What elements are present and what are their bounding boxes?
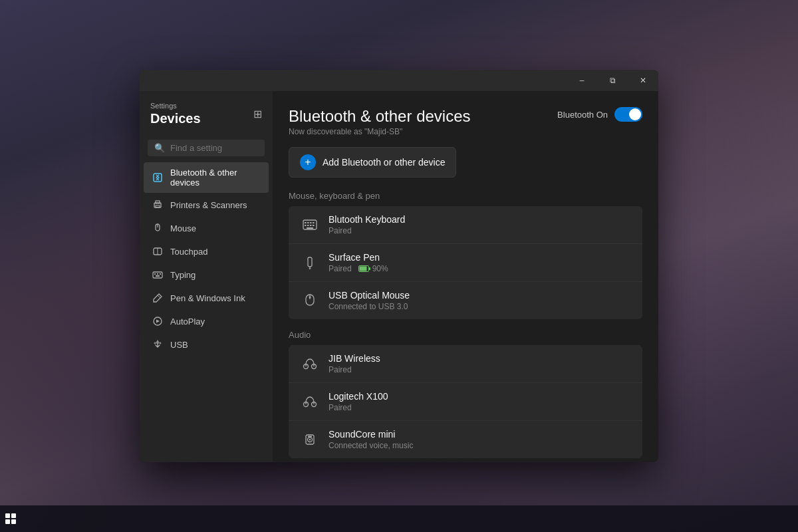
grid-icon[interactable]: ⊞ — [253, 108, 262, 120]
device-item-soundcore[interactable]: SoundCore miniConnected voice, music — [289, 421, 642, 458]
svg-rect-32 — [359, 267, 366, 271]
device-status-mouse: Connected to USB 3.0 — [329, 302, 410, 311]
section-header-1: Audio — [289, 330, 642, 340]
sidebar-item-autoplay[interactable]: AutoPlay — [144, 310, 269, 332]
minimize-button[interactable]: – — [567, 70, 597, 91]
search-icon: 🔍 — [154, 143, 165, 153]
device-name-mouse: USB Optical Mouse — [329, 290, 410, 301]
device-info-pen: Surface PenPaired 90% — [329, 252, 388, 273]
svg-rect-23 — [305, 225, 307, 226]
search-box[interactable]: 🔍 — [148, 140, 265, 156]
svg-rect-26 — [313, 225, 315, 226]
device-item-logitech[interactable]: Logitech X100Paired — [289, 383, 642, 421]
device-item-jib[interactable]: JIB WirelessPaired — [289, 345, 642, 383]
add-icon: + — [300, 154, 316, 170]
settings-label: Settings — [150, 102, 201, 110]
device-item-mouse[interactable]: USB Optical MouseConnected to USB 3.0 — [289, 282, 642, 319]
sidebar-item-usb[interactable]: USB — [144, 333, 269, 356]
sidebar-item-typing[interactable]: Typing — [144, 263, 269, 286]
mouse-device-icon — [299, 290, 321, 311]
windows-start-button[interactable] — [5, 513, 16, 524]
device-list-0: Blutooth KeyboardPaired Surface PenPaire… — [289, 206, 642, 319]
device-name-soundcore: SoundCore mini — [329, 429, 413, 440]
jib-device-icon — [299, 353, 321, 374]
panel-subtitle: Now discoverable as "Majid-SB" — [289, 127, 471, 136]
device-status-keyboard: Paired — [329, 226, 405, 235]
close-button[interactable]: ✕ — [628, 70, 658, 91]
sidebar-item-touchpad[interactable]: Touchpad — [144, 240, 269, 263]
pen-device-icon — [299, 252, 321, 273]
svg-point-17 — [160, 342, 161, 344]
device-name-logitech: Logitech X100 — [329, 391, 388, 402]
svg-point-29 — [309, 268, 311, 269]
svg-line-13 — [158, 295, 160, 298]
svg-point-35 — [309, 297, 311, 299]
bluetooth-icon — [152, 172, 164, 184]
nav-label-mouse: Mouse — [170, 223, 196, 233]
device-item-keyboard[interactable]: Blutooth KeyboardPaired — [289, 206, 642, 244]
svg-rect-47 — [308, 436, 312, 438]
svg-rect-0 — [154, 174, 162, 182]
settings-window: – ⧉ ✕ Settings Devices ⊞ 🔍 — [140, 70, 658, 462]
panel-header: Bluetooth & other devices Now discoverab… — [289, 107, 642, 136]
device-item-pen[interactable]: Surface PenPaired 90% — [289, 244, 642, 282]
panel-title: Bluetooth & other devices — [289, 107, 471, 126]
typing-icon — [152, 269, 164, 281]
autoplay-icon — [152, 315, 164, 327]
device-name-keyboard: Blutooth Keyboard — [329, 214, 405, 225]
device-info-jib: JIB WirelessPaired — [329, 353, 380, 374]
add-device-button[interactable]: + Add Bluetooth or other device — [289, 147, 456, 178]
svg-rect-24 — [307, 225, 309, 226]
printers-icon — [152, 199, 164, 211]
svg-rect-20 — [307, 222, 309, 223]
sidebar-header: Settings Devices ⊞ — [140, 102, 273, 134]
mouse-icon — [152, 222, 164, 234]
sidebar-item-bluetooth[interactable]: Bluetooth & other devices — [144, 162, 269, 193]
svg-rect-19 — [305, 222, 307, 223]
svg-rect-3 — [156, 205, 160, 207]
device-info-logitech: Logitech X100Paired — [329, 391, 388, 412]
device-status-logitech: Paired — [329, 403, 388, 412]
main-panel: Bluetooth & other devices Now discoverab… — [273, 91, 658, 462]
svg-point-46 — [309, 439, 311, 440]
svg-point-16 — [154, 342, 156, 344]
window-body: Settings Devices ⊞ 🔍 Bluetooth & other d… — [140, 91, 658, 462]
device-info-keyboard: Blutooth KeyboardPaired — [329, 214, 405, 235]
svg-rect-9 — [154, 273, 156, 275]
svg-rect-27 — [307, 227, 313, 229]
usb-icon — [152, 338, 164, 350]
taskbar — [0, 505, 798, 532]
sidebar-item-pen[interactable]: Pen & Windows Ink — [144, 287, 269, 309]
title-bar: – ⧉ ✕ — [140, 70, 658, 91]
device-status-jib: Paired — [329, 365, 380, 374]
section-header-0: Mouse, keyboard & pen — [289, 191, 642, 201]
bluetooth-toggle-row: Bluetooth On — [557, 107, 642, 122]
bluetooth-toggle[interactable] — [614, 107, 642, 122]
device-list-1: JIB WirelessPaired Logitech X100Paired S… — [289, 345, 642, 458]
sidebar-item-printers[interactable]: Printers & Scanners — [144, 194, 269, 216]
soundcore-device-icon — [299, 429, 321, 450]
add-device-label: Add Bluetooth or other device — [323, 157, 445, 168]
nav-label-touchpad: Touchpad — [170, 247, 207, 257]
svg-rect-10 — [157, 273, 158, 275]
device-info-mouse: USB Optical MouseConnected to USB 3.0 — [329, 290, 410, 311]
sections-container: Mouse, keyboard & pen Blutooth KeyboardP… — [289, 191, 642, 458]
svg-rect-28 — [308, 257, 312, 267]
sidebar: Settings Devices ⊞ 🔍 Bluetooth & other d… — [140, 91, 273, 462]
search-input[interactable] — [170, 143, 258, 153]
svg-rect-31 — [369, 267, 370, 270]
nav-label-bluetooth: Bluetooth & other devices — [170, 168, 261, 188]
device-name-pen: Surface Pen — [329, 252, 388, 263]
nav-label-autoplay: AutoPlay — [170, 317, 205, 327]
svg-rect-25 — [310, 225, 312, 226]
nav-label-usb: USB — [170, 340, 188, 350]
touchpad-icon — [152, 245, 164, 257]
device-info-soundcore: SoundCore miniConnected voice, music — [329, 429, 413, 450]
svg-rect-12 — [156, 275, 160, 277]
nav-label-printers: Printers & Scanners — [170, 200, 247, 210]
svg-rect-22 — [313, 222, 315, 223]
bluetooth-label: Bluetooth On — [557, 110, 608, 120]
maximize-button[interactable]: ⧉ — [597, 70, 628, 91]
sidebar-item-mouse[interactable]: Mouse — [144, 217, 269, 239]
panel-title-group: Bluetooth & other devices Now discoverab… — [289, 107, 471, 136]
